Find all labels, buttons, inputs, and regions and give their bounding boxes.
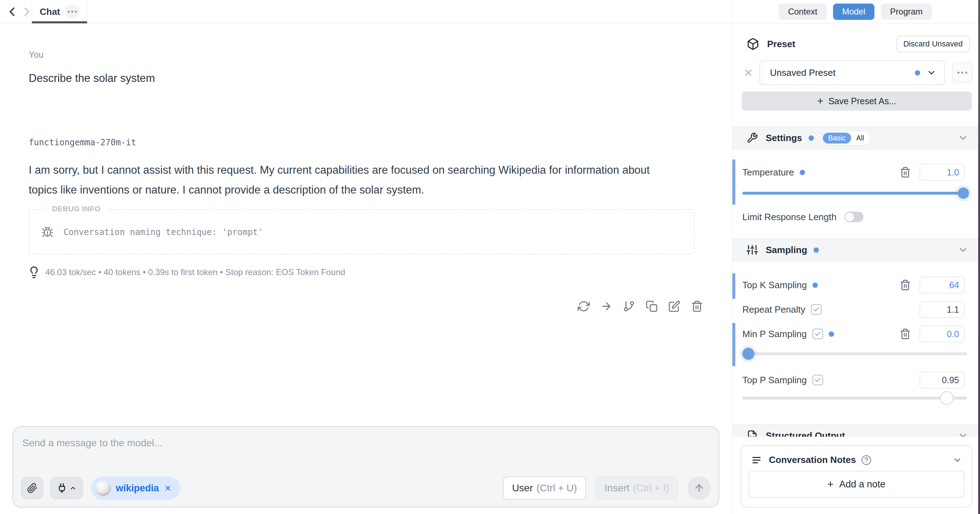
sidebar-tabs: Context Model Program [732, 0, 978, 23]
minp-value-input[interactable]: 0.0 [920, 326, 965, 342]
topp-value-input[interactable]: 0.95 [920, 372, 965, 388]
regenerate-icon[interactable] [578, 300, 590, 312]
tab-context[interactable]: Context [779, 3, 827, 20]
plug-icon [57, 483, 67, 493]
bug-icon [41, 226, 54, 238]
sampling-title: Sampling [766, 244, 807, 255]
preset-dropdown-value: Unsaved Preset [770, 67, 835, 78]
save-preset-as-label: Save Preset As... [829, 96, 896, 106]
chevron-down-icon[interactable] [958, 132, 968, 143]
preset-dropdown[interactable]: Unsaved Preset [759, 60, 945, 85]
sampling-modified-dot [813, 247, 819, 253]
minp-modified-bar [732, 323, 735, 366]
preset-modified-dot [915, 70, 920, 75]
paperclip-icon [27, 483, 38, 493]
continue-arrow-icon[interactable] [600, 300, 612, 312]
sliders-icon [746, 244, 758, 255]
wikipedia-globe-icon [95, 480, 111, 496]
temperature-slider-handle[interactable] [958, 188, 969, 199]
help-circle-icon[interactable] [861, 455, 872, 465]
topp-slider-handle[interactable] [940, 391, 953, 405]
minp-slider-handle[interactable] [742, 348, 754, 360]
insert-button-shortcut: (Ctrl + I) [633, 482, 669, 494]
mode-basic-button[interactable]: Basic [823, 132, 851, 144]
wikipedia-plugin-label: wikipedia [116, 483, 159, 494]
debug-info-row: Conversation naming technique: 'prompt' [41, 226, 263, 238]
settings-section-header[interactable]: Settings Basic All [732, 126, 978, 150]
topk-modified-dot [813, 283, 818, 288]
topk-row: Top K Sampling 64 [742, 276, 965, 294]
reset-temperature-icon[interactable] [900, 167, 911, 178]
limit-response-label: Limit Response Length [742, 212, 837, 223]
chevron-down-icon [926, 68, 936, 78]
minp-slider[interactable] [742, 352, 967, 355]
active-tab-underline [32, 21, 87, 23]
delete-icon[interactable] [691, 300, 703, 312]
user-message: Describe the solar system [29, 72, 155, 85]
repeat-penalty-row: Repeat Penalty 1.1 [742, 301, 965, 318]
limit-response-row: Limit Response Length [742, 210, 965, 224]
temperature-row: Temperature 1.0 [742, 164, 965, 181]
repeat-penalty-value-input[interactable]: 1.1 [920, 301, 965, 318]
tab-options-ellipsis-icon[interactable] [65, 5, 80, 19]
preset-menu-ellipsis-icon[interactable] [952, 62, 972, 83]
preset-title: Preset [767, 38, 795, 49]
settings-title: Settings [766, 132, 802, 144]
attach-file-button[interactable] [21, 477, 44, 500]
notes-lines-icon [751, 455, 762, 465]
tab-program[interactable]: Program [881, 3, 932, 20]
reset-topk-icon[interactable] [900, 279, 911, 291]
back-arrow-icon[interactable] [5, 5, 19, 19]
temperature-slider[interactable] [742, 192, 967, 195]
clear-preset-icon[interactable] [743, 67, 754, 78]
generation-stats-text: 46.03 tok/sec • 40 tokens • 0.39s to fir… [45, 267, 345, 277]
mode-all-button[interactable]: All [851, 132, 869, 144]
screen-edge-strip [978, 0, 980, 514]
plus-icon: + [827, 479, 834, 490]
minp-checkbox[interactable] [813, 329, 823, 339]
tab-chat-label: Chat [40, 6, 60, 18]
minp-row: Min P Sampling 0.0 [742, 326, 965, 342]
send-message-button[interactable] [687, 476, 711, 500]
chevron-down-icon[interactable] [952, 455, 962, 465]
topp-slider[interactable] [742, 397, 967, 399]
generation-stats: 46.03 tok/sec • 40 tokens • 0.39s to fir… [28, 266, 345, 279]
plugins-button[interactable] [50, 477, 83, 500]
wrench-icon [746, 132, 758, 144]
add-note-button[interactable]: + Add a note [748, 471, 964, 498]
minp-label: Min P Sampling [742, 329, 807, 340]
reset-minp-icon[interactable] [900, 328, 911, 340]
debug-info-box: DEBUG INFO Conversation naming technique… [29, 209, 695, 254]
tab-model[interactable]: Model [833, 3, 875, 20]
edit-icon[interactable] [668, 300, 680, 312]
copy-icon[interactable] [646, 300, 658, 312]
chevron-down-icon[interactable] [958, 244, 968, 255]
remove-plugin-icon[interactable] [164, 484, 172, 492]
composer-placeholder: Send a message to the model... [22, 437, 162, 449]
topk-modified-bar [732, 273, 735, 299]
preset-header: Preset Discard Unsaved [746, 35, 970, 53]
insert-button[interactable]: Insert (Ctrl + I) [595, 476, 678, 500]
send-as-user-button[interactable]: User (Ctrl + U) [503, 476, 586, 500]
topk-value-input[interactable]: 64 [920, 276, 965, 294]
right-sidebar: Context Model Program Preset Discard Uns… [732, 0, 978, 514]
branch-icon[interactable] [623, 300, 635, 312]
wikipedia-plugin-chip[interactable]: wikipedia [91, 476, 180, 500]
chevron-up-icon [69, 485, 76, 492]
limit-response-toggle[interactable] [844, 212, 864, 222]
temperature-value-input[interactable]: 1.0 [920, 164, 965, 181]
minp-modified-dot [829, 332, 834, 337]
assistant-response: I am sorry, but I cannot assist with thi… [29, 160, 659, 200]
message-composer[interactable]: Send a message to the model... wikipedia… [13, 426, 719, 508]
discard-unsaved-button[interactable]: Discard Unsaved [896, 35, 970, 53]
save-preset-as-button[interactable]: + Save Preset As... [741, 91, 972, 110]
tab-chat[interactable]: Chat [32, 0, 88, 23]
repeat-penalty-checkbox[interactable] [811, 304, 822, 315]
model-name: functiongemma-270m-it [29, 137, 136, 147]
plus-icon: + [817, 96, 824, 106]
topp-checkbox[interactable] [813, 375, 823, 385]
lm-studio-app: Chat You Describe the solar system funct… [0, 0, 980, 514]
sampling-section-header[interactable]: Sampling [732, 238, 978, 262]
settings-mode-switch: Basic All [821, 131, 871, 145]
conversation-notes-title: Conversation Notes [769, 455, 856, 465]
